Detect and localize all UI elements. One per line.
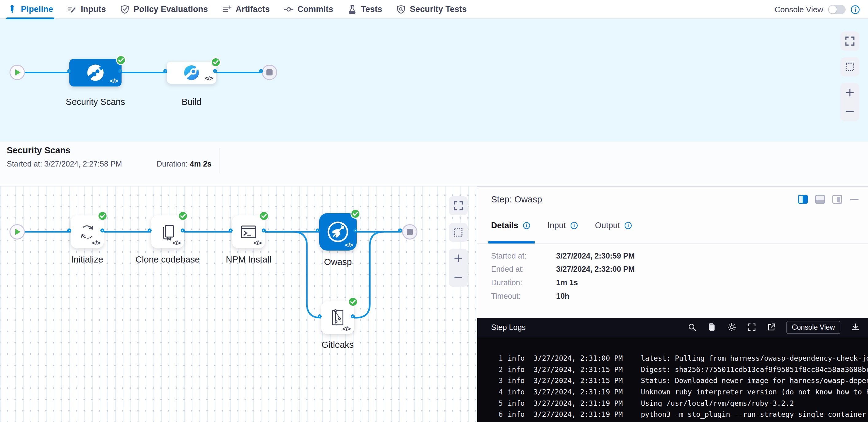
marquee-select-button[interactable] — [449, 223, 468, 242]
detail-label: Started at: — [491, 252, 556, 260]
stop-icon — [407, 229, 413, 235]
active-tab-underline — [6, 18, 54, 19]
inputs-icon — [67, 5, 77, 14]
detail-value: 1m 1s — [556, 278, 578, 287]
step-node-gitleaks[interactable]: </> — [321, 301, 354, 334]
tab-label: Details — [491, 221, 518, 230]
step-graph-canvas[interactable]: </> Initialize </> Clone codebase — [0, 187, 477, 422]
artifacts-icon — [222, 5, 232, 14]
info-icon[interactable] — [624, 222, 632, 229]
log-timestamp: 3/27/2024, 2:31:15 PM — [533, 377, 632, 385]
step-node-initialize[interactable]: </> — [71, 215, 104, 249]
log-line: 6 info 3/27/2024, 2:31:19 PM python3 -m … — [491, 409, 868, 420]
tab-artifacts[interactable]: Artifacts — [222, 0, 270, 19]
search-logs-icon[interactable] — [687, 323, 697, 332]
connector-dot — [163, 69, 167, 73]
stage-node-security-scans[interactable]: </> — [69, 59, 122, 87]
success-badge — [211, 57, 221, 67]
step-label: Gitleaks — [322, 340, 354, 350]
zoom-out-button[interactable] — [449, 268, 468, 287]
connector-dot — [351, 314, 355, 318]
connector-dot — [181, 228, 185, 232]
log-line: 2 info 3/27/2024, 2:31:15 PM Digest: sha… — [491, 364, 868, 376]
tab-input[interactable]: Input — [548, 221, 578, 230]
tab-label: Pipeline — [21, 5, 53, 14]
info-icon[interactable] — [850, 5, 860, 14]
marquee-select-button[interactable] — [840, 57, 859, 76]
tab-output[interactable]: Output — [595, 221, 632, 230]
minimize-panel-icon[interactable] — [849, 198, 859, 201]
log-lines[interactable]: 1 info 3/27/2024, 2:31:00 PM latest: Pul… — [477, 338, 868, 422]
log-timestamp: 3/27/2024, 2:31:19 PM — [533, 388, 632, 396]
tab-label: Artifacts — [236, 5, 270, 14]
tab-inputs[interactable]: Inputs — [67, 0, 106, 19]
connector-dot — [262, 228, 266, 232]
expand-logs-icon[interactable] — [747, 323, 756, 332]
connector-dot — [318, 314, 322, 318]
log-level: info — [508, 388, 530, 396]
layout-split-right-icon[interactable] — [798, 195, 808, 204]
success-badge — [259, 211, 269, 221]
fit-to-screen-button[interactable] — [840, 32, 859, 51]
shield-check-icon — [120, 5, 129, 14]
tab-pipeline[interactable]: Pipeline — [7, 0, 53, 19]
code-glyph: </> — [110, 77, 118, 85]
log-message: Digest: sha256:7755011cdb13caf9f95051f8c… — [641, 365, 868, 374]
detail-label: Ended at: — [491, 265, 556, 273]
step-node-clone-codebase[interactable]: </> — [151, 215, 184, 249]
success-badge — [116, 55, 126, 65]
panel-layout-controls — [798, 195, 859, 204]
log-settings-icon[interactable] — [727, 322, 737, 332]
fit-to-screen-button[interactable] — [449, 196, 468, 215]
step-execution-section: </> Initialize </> Clone codebase — [0, 187, 868, 422]
tab-commits[interactable]: Commits — [284, 0, 333, 19]
tab-policy-evaluations[interactable]: Policy Evaluations — [120, 0, 208, 19]
stop-icon — [267, 69, 273, 75]
detail-value: 10h — [556, 292, 569, 300]
connector-dot — [67, 69, 71, 73]
tab-details[interactable]: Details — [491, 221, 530, 230]
info-icon[interactable] — [570, 222, 578, 229]
step-details-panel: Step: Owasp Details — [477, 187, 868, 422]
tab-label: Output — [595, 221, 620, 230]
info-icon[interactable] — [523, 222, 530, 229]
connector-dot — [353, 228, 357, 232]
layout-split-bottom-icon[interactable] — [815, 195, 825, 204]
connector-dot — [398, 228, 402, 232]
console-view-toggle[interactable] — [828, 5, 846, 14]
tab-security-tests[interactable]: Security Tests — [396, 0, 467, 19]
code-glyph: </> — [92, 239, 100, 247]
security-stage-icon — [86, 63, 105, 82]
open-in-new-icon[interactable] — [767, 323, 776, 332]
step-panel-tabs: Details Input Output — [491, 221, 632, 230]
detail-row: Ended at: 3/27/2024, 2:32:00 PM — [491, 265, 635, 273]
shield-search-icon — [396, 5, 406, 14]
layout-floating-icon[interactable] — [832, 195, 842, 204]
step-logs-title: Step Logs — [491, 323, 526, 332]
step-node-owasp[interactable]: </> — [319, 213, 356, 251]
tab-label: Security Tests — [410, 5, 467, 14]
code-glyph: </> — [343, 325, 350, 332]
log-message: Unknown ruby interpreter version (do not… — [641, 388, 868, 396]
step-label: NPM Install — [226, 255, 271, 265]
step-node-npm-install[interactable]: </> — [232, 215, 265, 249]
console-view-button[interactable]: Console View — [786, 321, 840, 334]
connector-dot — [148, 228, 152, 232]
copy-logs-icon[interactable] — [707, 323, 716, 332]
log-level: info — [508, 365, 530, 374]
code-glyph: </> — [205, 75, 213, 82]
tab-tests[interactable]: Tests — [347, 0, 382, 19]
play-icon — [16, 229, 21, 235]
detail-row: Duration: 1m 1s — [491, 278, 578, 287]
stage-graph-canvas[interactable]: </> Security Scans </> Build — [0, 19, 868, 142]
zoom-in-button[interactable] — [840, 83, 859, 102]
download-logs-icon[interactable] — [851, 323, 860, 332]
success-badge — [178, 211, 188, 221]
stage-node-build[interactable]: </> — [167, 62, 216, 84]
zoom-in-button[interactable] — [449, 249, 468, 268]
log-timestamp: 3/27/2024, 2:31:15 PM — [533, 365, 632, 374]
log-line: 3 info 3/27/2024, 2:31:15 PM Status: Dow… — [491, 375, 868, 386]
step-label: Clone codebase — [135, 255, 200, 265]
zoom-out-button[interactable] — [840, 102, 859, 121]
stage-label: Build — [182, 97, 202, 107]
